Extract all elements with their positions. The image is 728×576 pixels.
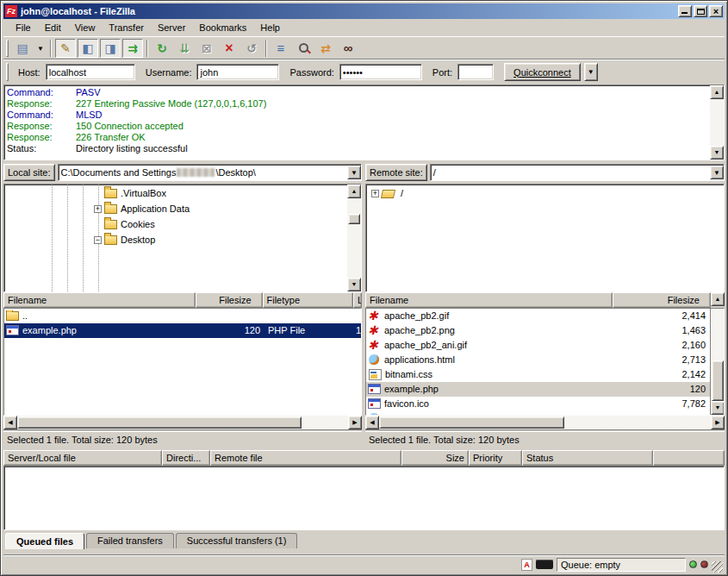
local-site-combo[interactable]: C:\Documents and Settings\Desktop\ ▼: [58, 164, 362, 181]
tree-expand-icon[interactable]: [94, 236, 102, 244]
file-row[interactable]: favicon.ico 7,782: [366, 397, 710, 411]
file-row[interactable]: apache_pb2.gif 2,414: [366, 309, 710, 323]
toolbar-button[interactable]: [122, 39, 143, 58]
column-header[interactable]: Filesize: [613, 292, 711, 308]
column-header[interactable]: Remote file: [210, 450, 401, 466]
remote-site-combo[interactable]: / ▼: [430, 164, 725, 181]
maximize-button[interactable]: [694, 5, 707, 17]
column-header[interactable]: Filename: [3, 292, 196, 308]
toolbar-button[interactable]: [196, 39, 217, 58]
toolbar-button[interactable]: [271, 39, 291, 58]
log-row: Response: 150 Connection accepted: [7, 121, 710, 132]
toolbar-button[interactable]: [100, 39, 121, 58]
file-row[interactable]: apache_pb2_ani.gif 2,160: [366, 338, 710, 353]
column-header[interactable]: L: [353, 292, 362, 308]
toolbar-button[interactable]: [293, 39, 314, 58]
menu-item[interactable]: Edit: [38, 21, 68, 34]
scroll-up-icon[interactable]: ▲: [347, 185, 361, 198]
scroll-thumb[interactable]: [379, 416, 564, 429]
host-input[interactable]: [46, 64, 135, 80]
queue-tab[interactable]: Successful transfers (1): [176, 533, 298, 548]
tree-item[interactable]: /: [366, 185, 724, 201]
username-input[interactable]: [196, 64, 279, 80]
title-bar: Fz john@localhost - FileZilla ×: [3, 3, 725, 19]
column-header[interactable]: Directi...: [162, 450, 210, 466]
column-header[interactable]: Status: [522, 450, 653, 466]
scroll-thumb[interactable]: [712, 360, 724, 402]
menu-item[interactable]: Server: [151, 21, 192, 34]
menu-item[interactable]: File: [9, 21, 38, 34]
toolbar-button[interactable]: [50, 40, 52, 57]
log-scrollbar[interactable]: ▲ ▼: [710, 85, 724, 160]
column-header[interactable]: Priority: [469, 450, 522, 466]
toolbar-button[interactable]: [315, 39, 336, 58]
window-title: john@localhost - FileZilla: [21, 6, 678, 16]
tree-item[interactable]: Application Data: [4, 201, 347, 216]
toolbar-button[interactable]: [265, 40, 267, 57]
port-input[interactable]: [457, 64, 494, 80]
toolbar-button[interactable]: [338, 39, 358, 58]
scroll-right-icon[interactable]: ▶: [711, 416, 725, 429]
password-input[interactable]: [339, 64, 422, 80]
file-row[interactable]: index.html 202: [366, 411, 710, 416]
menu-item[interactable]: Help: [253, 21, 287, 34]
scroll-right-icon[interactable]: ▶: [348, 416, 362, 429]
toolbar-button[interactable]: [34, 39, 47, 58]
file-row[interactable]: bitnami.css 2,142: [366, 367, 710, 382]
tree-expand-icon[interactable]: [371, 190, 379, 197]
combo-arrow-icon[interactable]: ▼: [710, 166, 724, 179]
toolbar-button[interactable]: [219, 39, 240, 58]
file-row[interactable]: example.php 120: [366, 382, 710, 397]
toolbar-button[interactable]: [241, 39, 262, 58]
local-hscrollbar[interactable]: ◀ ▶: [3, 416, 362, 429]
toolbar-icon: [157, 42, 167, 54]
tree-item[interactable]: .VirtualBox: [4, 185, 347, 201]
scroll-left-icon[interactable]: ◀: [365, 416, 379, 429]
scroll-down-icon[interactable]: ▼: [347, 278, 361, 291]
quickbar-gripper[interactable]: [6, 63, 9, 82]
toolbar-button[interactable]: [78, 39, 98, 58]
close-button[interactable]: ×: [709, 5, 723, 17]
menu-item[interactable]: Transfer: [102, 21, 151, 34]
scroll-thumb[interactable]: [348, 214, 360, 224]
toolbar-button[interactable]: [12, 39, 33, 58]
resize-grip[interactable]: [712, 561, 723, 573]
quickconnect-button[interactable]: Quickconnect: [504, 63, 581, 81]
queue-tab[interactable]: Queued files: [5, 533, 84, 549]
tree-item[interactable]: Cookies: [4, 216, 347, 232]
quickconnect-dropdown[interactable]: ▼: [584, 63, 598, 81]
scroll-up-icon[interactable]: ▲: [711, 292, 725, 306]
scroll-down-icon[interactable]: ▼: [711, 401, 725, 415]
file-row[interactable]: applications.html 2,713: [366, 353, 710, 367]
toolbar-button[interactable]: [146, 40, 148, 57]
remote-hscrollbar[interactable]: ◀ ▶: [365, 416, 725, 429]
scroll-up-icon[interactable]: ▲: [710, 85, 724, 99]
combo-arrow-icon[interactable]: ▼: [347, 166, 361, 179]
toolbar-gripper[interactable]: [6, 40, 9, 57]
tree-expand-icon[interactable]: [94, 205, 102, 213]
file-row[interactable]: ..: [4, 309, 361, 323]
toolbar-button[interactable]: [55, 39, 76, 58]
scroll-down-icon[interactable]: ▼: [710, 146, 724, 160]
column-header[interactable]: Filesize: [196, 292, 263, 308]
tree-item[interactable]: Desktop: [4, 232, 347, 247]
column-header[interactable]: Size: [401, 450, 469, 466]
minimize-button[interactable]: [678, 5, 692, 17]
toolbar-button[interactable]: [174, 39, 195, 58]
local-tree-scrollbar[interactable]: ▲ ▼: [347, 185, 361, 291]
scroll-thumb[interactable]: [17, 416, 302, 429]
queue-tab[interactable]: Failed transfers: [86, 533, 174, 548]
remote-list-scrollbar[interactable]: ▼: [710, 309, 724, 416]
column-header[interactable]: Server/Local file: [3, 450, 162, 466]
file-row[interactable]: example.php 120 PHP File 1: [4, 323, 361, 338]
column-header[interactable]: Filetype: [263, 292, 353, 308]
speed-limit-icon[interactable]: [536, 560, 553, 569]
menu-item[interactable]: View: [68, 21, 103, 34]
data-type-indicator-icon[interactable]: A: [521, 559, 532, 571]
quickconnect-bar: Host: Username: Password: Port: Quickcon…: [3, 59, 725, 84]
column-header[interactable]: Filename: [365, 292, 613, 308]
file-row[interactable]: apache_pb2.png 1,463: [366, 323, 710, 338]
scroll-left-icon[interactable]: ◀: [3, 416, 17, 429]
toolbar-button[interactable]: [152, 39, 172, 58]
menu-item[interactable]: Bookmarks: [192, 21, 253, 34]
